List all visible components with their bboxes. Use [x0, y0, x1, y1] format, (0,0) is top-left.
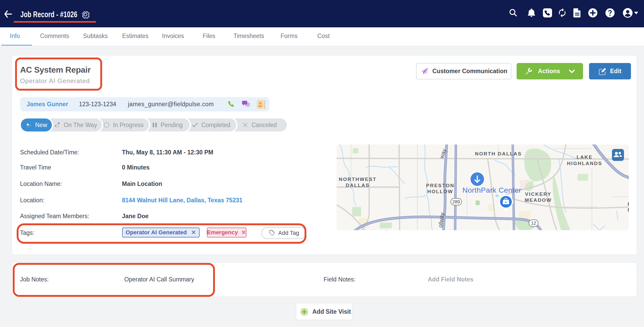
svg-text:HIGHLANDS: HIGHLANDS [567, 161, 602, 166]
svg-text:VICKERY: VICKERY [525, 191, 551, 197]
svg-text:12: 12 [531, 221, 536, 226]
svg-text:M: M [628, 207, 629, 213]
svg-text:HOLLOW: HOLLOW [427, 189, 453, 194]
svg-text:NORTH DALLAS: NORTH DALLAS [475, 151, 522, 156]
svg-text:LAKE: LAKE [577, 154, 593, 160]
svg-text:PRESTON: PRESTON [426, 183, 454, 188]
svg-text:H: H [628, 201, 629, 207]
svg-text:NORTHWEST: NORTHWEST [339, 177, 377, 182]
svg-text:289: 289 [453, 199, 460, 204]
svg-text:MEADOW: MEADOW [525, 197, 552, 203]
svg-text:NorthPark Center: NorthPark Center [462, 186, 521, 194]
svg-text:Dallas: Dallas [375, 229, 396, 230]
svg-text:DALLAS: DALLAS [346, 183, 370, 188]
